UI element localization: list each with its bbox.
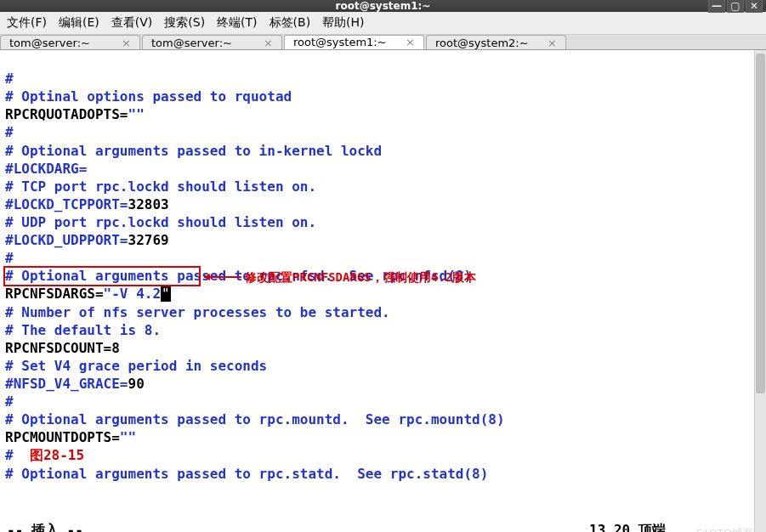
tab-label: tom@server:~ (9, 37, 90, 49)
line: # Optional arguments passed to in-kernel… (5, 143, 382, 159)
line: # (5, 447, 14, 463)
var: #LOCKD_UDPPORT= (5, 232, 128, 248)
menu-edit[interactable]: 编辑(E) (59, 15, 99, 31)
var: RPCMOUNTDOPTS= (5, 429, 120, 445)
val: 8 (111, 340, 120, 356)
line: # (5, 393, 14, 410)
line: # The default is 8. (5, 322, 161, 338)
val: "" (128, 106, 145, 122)
tab-label: root@system1:~ (293, 36, 387, 48)
tab-label: tom@server:~ (151, 37, 232, 49)
var: #LOCKD_TCPPORT= (5, 196, 128, 212)
line: # (5, 71, 14, 87)
line: # Set V4 grace period in seconds (5, 358, 267, 374)
line: # Optional arguments passed to rpc.statd… (5, 466, 488, 482)
watermark: 51CTO博客 (696, 526, 754, 532)
status-spacer (83, 522, 589, 532)
annotation-text: 修改配置PRCNFSDARGS，强制使用4.2版本 (245, 269, 476, 285)
menu-help[interactable]: 帮助(H) (322, 15, 364, 31)
menu-tabs[interactable]: 标签(B) (270, 15, 311, 31)
menu-terminal[interactable]: 终端(T) (217, 15, 257, 31)
val: "-V 4.2 (104, 286, 161, 302)
menu-file[interactable]: 文件(F) (7, 15, 47, 31)
menu-view[interactable]: 查看(V) (111, 15, 153, 31)
line: # TCP port rpc.lockd should listen on. (5, 178, 316, 195)
var: RPCNFSDCOUNT= (5, 340, 111, 356)
line: # Number of nfs server processes to be s… (5, 304, 390, 320)
line: # (5, 250, 14, 266)
val: 90 (128, 376, 145, 392)
var: #NFSD_V4_GRACE= (5, 376, 128, 392)
vim-mode: -- 插入 -- (7, 522, 83, 532)
close-icon[interactable]: × (113, 37, 131, 49)
figure-label: 图28-15 (30, 447, 84, 463)
line: # Optinal options passed to rquotad (5, 88, 292, 105)
tab-tom-server-2[interactable]: tom@server:~ × (142, 35, 282, 49)
maximize-button[interactable]: ▢ (727, 0, 744, 13)
close-icon[interactable]: × (397, 36, 415, 48)
terminal-content[interactable]: # # Optinal options passed to rquotad RP… (0, 50, 766, 520)
tab-bar: tom@server:~ × tom@server:~ × root@syste… (0, 35, 766, 50)
terminal-pane: # # Optinal options passed to rquotad RP… (0, 50, 766, 532)
annotation-arrow: 修改配置PRCNFSDARGS，强制使用4.2版本 (204, 269, 476, 285)
val: "" (120, 429, 136, 445)
scroll-thumb[interactable] (756, 54, 765, 393)
window-titlebar: root@system1:~ — ▢ ✕ (0, 0, 766, 12)
tab-tom-server-1[interactable]: tom@server:~ × (0, 35, 140, 49)
line: # UDP port rpc.lockd should listen on. (5, 214, 316, 230)
close-button[interactable]: ✕ (746, 0, 763, 13)
val: 32803 (128, 196, 169, 212)
minimize-button[interactable]: — (708, 0, 725, 13)
window-title: root@system1:~ (336, 0, 431, 12)
tab-root-system2[interactable]: root@system2:~ × (426, 35, 566, 49)
line: # (5, 124, 14, 140)
cursor: " (161, 286, 171, 302)
line: # Optional arguments passed to rpc.mount… (5, 411, 505, 427)
var: RPCRQUOTADOPTS= (5, 106, 128, 122)
menu-search[interactable]: 搜索(S) (164, 15, 205, 31)
window-buttons: — ▢ ✕ (708, 0, 763, 13)
val: 32769 (128, 232, 169, 248)
menu-bar: 文件(F) 编辑(E) 查看(V) 搜索(S) 终端(T) 标签(B) 帮助(H… (0, 12, 766, 35)
tab-label: root@system2:~ (435, 37, 529, 49)
vim-statusbar: -- 插入 -- 13,20 顶端 (0, 520, 766, 532)
scrollbar[interactable] (754, 50, 766, 532)
close-icon[interactable]: × (539, 37, 557, 49)
line: #LOCKDARG= (5, 161, 87, 177)
tab-root-system1[interactable]: root@system1:~ × (284, 35, 424, 49)
close-icon[interactable]: × (255, 37, 273, 49)
var: RPCNFSDARGS= (5, 286, 104, 302)
arrow-icon (204, 276, 241, 278)
